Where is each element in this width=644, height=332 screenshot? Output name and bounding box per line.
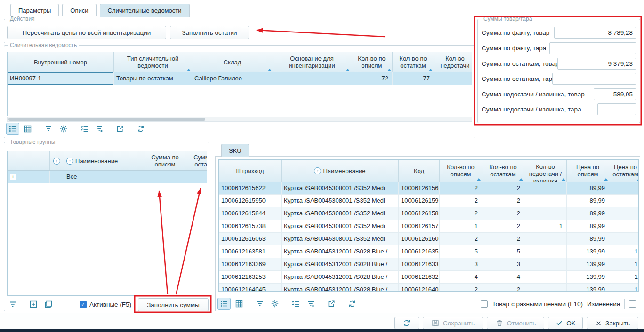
filter-icon[interactable]: [253, 298, 266, 310]
statement-row-cell[interactable]: 72: [351, 72, 393, 85]
col-qty-by-lists[interactable]: Кол-во по описям: [440, 160, 482, 182]
statement-hscrollbar[interactable]: [7, 117, 472, 122]
sku-row-cell[interactable]: 89,99: [567, 182, 609, 194]
sku-row-cell[interactable]: 1000612163369: [219, 258, 282, 270]
sku-row-cell[interactable]: 2: [482, 195, 524, 207]
cancel-button[interactable]: Отменить: [487, 317, 544, 329]
col-group-sort[interactable]: [50, 151, 64, 170]
tab-sku[interactable]: SKU: [221, 144, 249, 157]
sku-row-cell[interactable]: 2: [440, 182, 482, 194]
sku-row-cell[interactable]: 1000612163581: [219, 245, 282, 258]
sku-row-cell[interactable]: 10006121640: [399, 284, 440, 292]
diff-prices-checkbox[interactable]: [481, 300, 488, 308]
refresh-icon[interactable]: [134, 123, 147, 135]
sku-row-cell[interactable]: 2: [482, 284, 524, 292]
col-group-expand[interactable]: [8, 151, 50, 170]
scrollbar-thumb[interactable]: [8, 118, 205, 121]
sku-row-cell[interactable]: 89,99: [567, 220, 609, 232]
product-group-row-cell[interactable]: [144, 171, 186, 183]
sku-row-cell[interactable]: 2: [482, 182, 524, 194]
sku-row-cell[interactable]: 2: [440, 195, 482, 207]
sku-row-cell[interactable]: [524, 258, 567, 270]
tab-lists[interactable]: Описи: [62, 4, 96, 16]
sku-row-cell[interactable]: 2: [440, 233, 482, 245]
filter-add-icon[interactable]: [304, 298, 317, 310]
col-warehouse[interactable]: Склад: [192, 52, 273, 72]
filter-icon[interactable]: [42, 123, 55, 135]
sku-row-cell[interactable]: 2: [440, 284, 482, 292]
sku-row-cell[interactable]: [524, 207, 567, 220]
grid-view-icon[interactable]: [21, 123, 34, 135]
sum-fact-goods-input[interactable]: [554, 27, 636, 39]
sku-row-cell[interactable]: 89,99: [567, 233, 609, 245]
tab-comparison-statements[interactable]: Сличительные ведомости: [100, 4, 190, 17]
fill-remainders-button[interactable]: Заполнить остатки: [170, 26, 249, 39]
sum-remainders-tare-input[interactable]: [552, 73, 636, 85]
sku-row-cell[interactable]: 1: [609, 271, 639, 283]
sku-row-cell[interactable]: 5: [440, 245, 482, 258]
product-group-row[interactable]: Все: [8, 171, 207, 183]
recalc-prices-button[interactable]: Пересчитать цены по всей инвентаризации: [7, 26, 166, 39]
sku-row[interactable]: 1000612615844Куртка /SAB0045308001 /S352…: [219, 207, 638, 220]
sku-row-cell[interactable]: 1: [609, 284, 639, 292]
product-group-row-cell[interactable]: [50, 171, 64, 183]
filter-add-icon[interactable]: [93, 123, 106, 135]
col-group-sum-by-remainders[interactable]: Сумма по остаткам: [186, 151, 207, 170]
statement-row-cell[interactable]: Calliope Галилео: [192, 72, 273, 85]
sku-row-cell[interactable]: Куртка /SAB0045312001 /S028 Blue /: [282, 245, 399, 258]
product-group-row-cell[interactable]: [186, 171, 207, 183]
close-button[interactable]: Закрыть: [587, 317, 638, 329]
sku-row-cell[interactable]: 89,99: [567, 207, 609, 220]
sku-row-cell[interactable]: 3: [440, 258, 482, 270]
save-button[interactable]: Сохранить: [423, 317, 483, 329]
col-price-by-lists[interactable]: Цена по описям: [567, 160, 609, 182]
sku-row-cell[interactable]: [524, 195, 567, 207]
col-qty-by-remainders[interactable]: Кол-во по остаткам: [393, 52, 434, 72]
sku-row-cell[interactable]: 1000612615844: [219, 207, 282, 220]
settings-icon[interactable]: [57, 123, 70, 135]
sku-row[interactable]: 1000612616063Куртка /SAB0045308001 /S352…: [219, 233, 638, 245]
sku-row-cell[interactable]: 10006126159: [399, 195, 440, 207]
sku-row-cell[interactable]: Куртка /SAB0045308001 /S352 Medi: [282, 182, 399, 194]
ok-button[interactable]: ОК: [548, 317, 583, 329]
sku-row-cell[interactable]: 1: [440, 220, 482, 232]
statement-row-cell[interactable]: 77: [393, 72, 434, 85]
sku-row-cell[interactable]: 10006126157: [399, 220, 440, 232]
list-view-icon[interactable]: [6, 123, 19, 135]
sku-row-cell[interactable]: 10006126156: [399, 182, 440, 194]
sku-row-cell[interactable]: 1: [609, 258, 639, 270]
changes-checkbox[interactable]: [629, 300, 636, 308]
sku-row-cell[interactable]: Куртка /SAB0045308001 /S352 Medi: [282, 195, 399, 207]
sku-row[interactable]: 1000612163369Куртка /SAB0045312001 /S028…: [219, 258, 638, 271]
sku-row-cell[interactable]: Куртка /SAB0045312001 /S028 Blue /: [282, 284, 399, 292]
sku-row-cell[interactable]: 1: [524, 220, 567, 232]
sku-row-cell[interactable]: 4: [440, 271, 482, 283]
sku-row-cell[interactable]: 2: [482, 207, 524, 220]
sku-row-cell[interactable]: 1: [609, 245, 639, 258]
sku-row-cell[interactable]: 3: [482, 258, 524, 270]
collapse-all-icon[interactable]: [42, 298, 55, 310]
sku-row-cell[interactable]: [524, 284, 567, 292]
statement-row-cell[interactable]: ИН00097-1: [8, 72, 114, 85]
product-group-row-cell[interactable]: [8, 171, 50, 183]
refresh-button[interactable]: [394, 317, 419, 329]
col-inventory-basis[interactable]: Основание для инвентаризации: [273, 52, 351, 72]
sku-row[interactable]: 1000612615950Куртка /SAB0045308001 /S352…: [219, 195, 638, 207]
sku-row-cell[interactable]: 139,99: [567, 284, 609, 292]
sku-row-cell[interactable]: 1000612163253: [219, 271, 282, 283]
sku-row-cell[interactable]: 1000612615950: [219, 195, 282, 207]
sku-row-cell[interactable]: 139,99: [567, 271, 609, 283]
col-qty-shortage[interactable]: Кол-во недостачи / излишка: [524, 160, 567, 182]
sku-row-cell[interactable]: [609, 233, 639, 245]
statement-row-cell[interactable]: [273, 72, 351, 85]
sku-row-cell[interactable]: 139,99: [567, 258, 609, 270]
sku-row-cell[interactable]: [609, 195, 639, 207]
sku-row-cell[interactable]: [609, 220, 639, 232]
col-code[interactable]: Код: [399, 160, 440, 182]
sku-row-cell[interactable]: 1000612615738: [219, 220, 282, 232]
sku-row[interactable]: 1000612615622Куртка /SAB0045308001 /S352…: [219, 182, 638, 195]
statement-row[interactable]: ИН00097-1Товары по остаткамCalliope Гали…: [8, 72, 472, 85]
sum-remainders-goods-input[interactable]: [557, 58, 636, 70]
sum-fact-tare-input[interactable]: [549, 42, 636, 54]
statement-row-cell[interactable]: Товары по остаткам: [114, 72, 192, 85]
